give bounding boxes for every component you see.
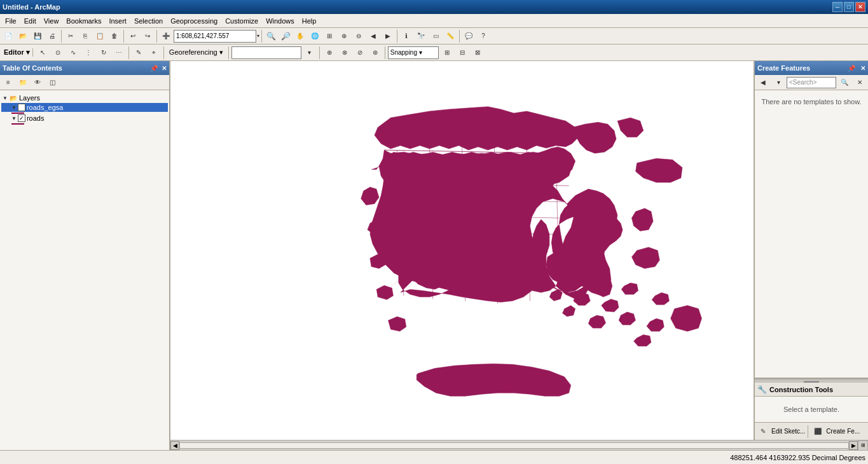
hscroll-right[interactable]: ▶ — [849, 441, 858, 450]
list-by-source[interactable]: 📁 — [16, 76, 30, 90]
zoom-out-button[interactable]: 🔎 — [279, 29, 293, 43]
sep9 — [228, 46, 229, 59]
cf-search-button[interactable]: 🔍 — [837, 76, 851, 90]
snapping-box[interactable]: Snapping ▾ — [388, 46, 439, 59]
sep7 — [128, 46, 129, 59]
back-button[interactable]: ◀ — [366, 29, 380, 43]
map-area[interactable] — [170, 61, 754, 440]
snap-edit[interactable]: ⊠ — [471, 46, 485, 60]
georef-tool4[interactable]: ⊛ — [368, 46, 382, 60]
rotate-tool[interactable]: ↻ — [97, 46, 111, 60]
menu-customize[interactable]: Customize — [221, 16, 262, 26]
full-extent-button[interactable]: ⊞ — [322, 29, 336, 43]
cut-button[interactable]: ✂ — [64, 29, 78, 43]
copy-button[interactable]: ⎘ — [78, 29, 92, 43]
hscroll-corner: ⊞ — [858, 440, 868, 451]
toc-close[interactable]: ✕ — [162, 65, 167, 72]
layer2-expand: ▼ — [11, 116, 17, 121]
menu-help[interactable]: Help — [298, 16, 320, 26]
cf-search-input[interactable]: <Search> — [787, 77, 836, 88]
open-button[interactable]: 📂 — [16, 29, 30, 43]
measure-button[interactable]: 📏 — [443, 29, 457, 43]
layer-item-roads[interactable]: ▼ ✓ roads — [1, 114, 168, 123]
georef-tool3[interactable]: ⊘ — [353, 46, 367, 60]
zoom-in-button[interactable]: 🔍 — [264, 29, 278, 43]
georef-dropdown[interactable]: ▾ — [303, 46, 317, 60]
maximize-button[interactable]: □ — [844, 2, 854, 12]
editor-toolbar: Editor ▾ ↖ ⊙ ∿ ⋮ ↻ ⋯ ✎ ⌖ Georeferencing … — [0, 44, 868, 61]
edit-tool[interactable]: ↖ — [36, 46, 50, 60]
undo-button[interactable]: ↩ — [126, 29, 140, 43]
edit3[interactable]: ⌖ — [147, 46, 161, 60]
close-button[interactable]: ✕ — [855, 2, 865, 12]
edit2[interactable]: ✎ — [132, 46, 146, 60]
forward-button[interactable]: ▶ — [381, 29, 395, 43]
hscroll-track[interactable] — [179, 442, 849, 449]
pan-button[interactable]: ✋ — [293, 29, 307, 43]
list-by-drawing-order[interactable]: ≡ — [1, 76, 15, 90]
html-popup-button[interactable]: 💬 — [462, 29, 476, 43]
save-button[interactable]: 💾 — [31, 29, 45, 43]
scale-dropdown-arrow[interactable]: ▾ — [257, 33, 259, 39]
right-panel: Create Features 📌 ✕ ◀ ▾ <Search> 🔍 ✕ — [754, 61, 868, 440]
cf-dropdown-button[interactable]: ▾ — [771, 76, 785, 90]
more-edit-tools[interactable]: ⋯ — [112, 46, 126, 60]
toc-pin[interactable]: 📌 — [150, 65, 158, 72]
sep2 — [123, 30, 124, 43]
greece-map — [170, 61, 754, 440]
sep8 — [163, 46, 164, 59]
list-by-visibility[interactable]: 👁 — [31, 76, 45, 90]
menu-view[interactable]: View — [40, 16, 63, 26]
identify-button[interactable]: ℹ — [399, 29, 413, 43]
layer2-checkbox[interactable]: ✓ — [18, 114, 25, 122]
georef-label[interactable]: Georeferencing ▾ — [167, 48, 226, 57]
layer1-checkbox[interactable]: ✓ — [18, 104, 25, 111]
menu-insert[interactable]: Insert — [105, 16, 130, 26]
menu-bookmarks[interactable]: Bookmarks — [62, 16, 105, 26]
cf-pin-button[interactable]: 📌 — [848, 65, 855, 72]
map-hscroll: ◀ ▶ ⊞ — [170, 440, 868, 450]
split-tool[interactable]: ⋮ — [81, 46, 95, 60]
delete-button[interactable]: 🗑 — [107, 29, 121, 43]
edit-vertices[interactable]: ⊙ — [51, 46, 65, 60]
fixed-zoom-out[interactable]: ⊖ — [352, 29, 366, 43]
georef-tool2[interactable]: ⊗ — [338, 46, 352, 60]
georef-tool1[interactable]: ⊕ — [322, 46, 336, 60]
add-data-button[interactable]: ➕ — [159, 29, 173, 43]
menu-selection[interactable]: Selection — [130, 16, 167, 26]
snap-table[interactable]: ⊟ — [455, 46, 469, 60]
edit-sketch-label[interactable]: Edit Sketc... — [771, 428, 805, 435]
list-by-selection[interactable]: ◫ — [45, 76, 59, 90]
fixed-zoom-in[interactable]: ⊕ — [337, 29, 351, 43]
minimize-button[interactable]: ─ — [832, 2, 843, 12]
menu-windows[interactable]: Windows — [262, 16, 298, 26]
redo-button[interactable]: ↪ — [141, 29, 155, 43]
map-with-scroll: Create Features 📌 ✕ ◀ ▾ <Search> 🔍 ✕ — [170, 61, 868, 450]
paste-button[interactable]: 📋 — [93, 29, 107, 43]
scale-box[interactable]: 1:608,621,427.557 — [174, 30, 256, 43]
find-button[interactable]: 🔭 — [414, 29, 428, 43]
menu-edit[interactable]: Edit — [20, 16, 40, 26]
print-button[interactable]: 🖨 — [45, 29, 59, 43]
layer-item-roads-egsa[interactable]: ▼ ✓ roads_egsa — [1, 103, 168, 112]
new-button[interactable]: 📄 — [1, 29, 15, 43]
cf-clear-button[interactable]: ✕ — [853, 76, 867, 90]
georef-input[interactable] — [231, 46, 301, 59]
main-toolbar: 📄 📂 💾 🖨 ✂ ⎘ 📋 🗑 ↩ ↪ ➕ 1:608,621,427.557 … — [0, 28, 868, 44]
query-button[interactable]: ? — [476, 29, 490, 43]
layers-group-header[interactable]: ▼ 📂 Layers — [1, 93, 168, 103]
cf-close-button[interactable]: ✕ — [860, 65, 865, 72]
snap-grid[interactable]: ⊞ — [440, 46, 454, 60]
hscroll-left[interactable]: ◀ — [170, 441, 179, 450]
editor-label[interactable]: Editor ▾ — [1, 48, 33, 57]
menu-geoprocessing[interactable]: Geoprocessing — [167, 16, 221, 26]
create-feature-label[interactable]: Create Fe... — [826, 428, 860, 435]
cf-back-button[interactable]: ◀ — [756, 76, 770, 90]
globe-button[interactable]: 🌐 — [308, 29, 322, 43]
menu-file[interactable]: File — [1, 16, 20, 26]
select-features-button[interactable]: ▭ — [429, 29, 443, 43]
cf-footer: ✎ Edit Sketc... ⬛ Create Fe... — [755, 422, 868, 440]
reshape-tool[interactable]: ∿ — [66, 46, 80, 60]
sep5 — [397, 30, 397, 43]
scale-value: 1:608,621,427.557 — [176, 32, 229, 39]
